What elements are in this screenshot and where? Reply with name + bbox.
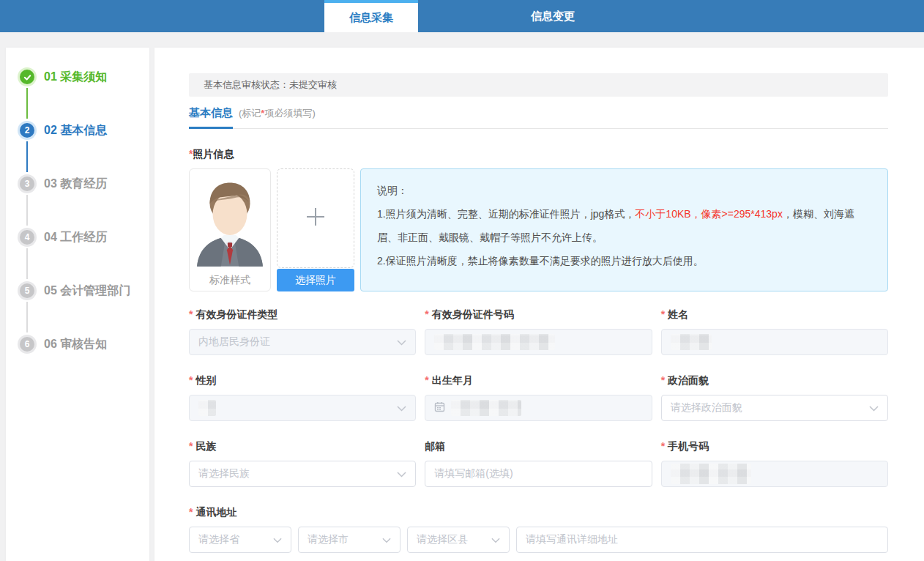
step-label: 01 采集须知 (44, 70, 107, 85)
placeholder-text: 请选择政治面貌 (671, 401, 742, 415)
id-type-value: 内地居民身份证 (198, 335, 270, 349)
city-select[interactable]: 请选择市 (298, 527, 400, 553)
step-number: 5 (20, 283, 34, 298)
sample-avatar-image (190, 169, 270, 270)
placeholder-text: 请选择区县 (417, 533, 468, 546)
field-id-number: *有效身份证件号码 (425, 308, 652, 355)
step-4-work-experience[interactable]: 4 04 工作经历 (6, 228, 149, 281)
required-note: (标记*项必须填写) (239, 107, 316, 120)
step-1-collection-notice[interactable]: 01 采集须知 (6, 67, 149, 121)
field-phone: *手机号码 (661, 440, 888, 487)
photo-section: 标准样式 选择照片 说明： 1.照片须为清晰、完整、近期的标准证件照片，jpg格… (189, 168, 888, 291)
upload-column: 选择照片 (277, 168, 354, 291)
masked-value (198, 400, 216, 416)
step-ring (18, 67, 37, 86)
main-panel: 基本信息审核状态：未提交审核 基本信息 (标记*项必须填写) *照片信息 (154, 48, 924, 561)
plus-icon (304, 205, 327, 231)
placeholder-text: 请选择省 (198, 533, 239, 546)
ethnicity-select[interactable]: 请选择民族 (189, 461, 416, 487)
field-label: 邮箱 (425, 440, 445, 452)
field-gender: *性别 (189, 374, 416, 421)
placeholder-text: 请选择民族 (198, 467, 250, 480)
section-header: 基本信息 (标记*项必须填写) (189, 106, 888, 129)
field-political-status: *政治面貌 请选择政治面貌 (661, 374, 888, 421)
step-2-basic-info[interactable]: 2 02 基本信息 (6, 121, 149, 174)
name-input[interactable] (661, 329, 888, 355)
photo-info-label: *照片信息 (189, 148, 888, 161)
form-row-3: *民族 请选择民族 邮箱 请填写邮箱(选填) *手机号码 (189, 440, 888, 487)
page-body: 01 采集须知 2 02 基本信息 3 03 教育经历 4 (0, 48, 924, 561)
step-ring: 6 (18, 335, 37, 354)
sample-caption: 标准样式 (190, 270, 270, 291)
masked-value (671, 334, 712, 350)
political-status-select[interactable]: 请选择政治面貌 (661, 395, 888, 421)
chevron-down-icon (491, 534, 500, 546)
district-select[interactable]: 请选择区县 (407, 527, 510, 553)
required-star: * (661, 440, 665, 452)
field-label: 政治面貌 (668, 374, 709, 386)
required-star: * (189, 374, 193, 386)
notice-line2: 2.保证照片清晰度，禁止将像素数量不满足要求的照片进行放大后使用。 (377, 249, 871, 272)
step-label: 02 基本信息 (44, 123, 107, 138)
field-label: 出生年月 (432, 374, 473, 386)
step-ring: 3 (18, 174, 37, 193)
step-3-education[interactable]: 3 03 教育经历 (6, 174, 149, 228)
tab-basic-info-section[interactable]: 基本信息 (189, 106, 233, 129)
top-navigation-bar: 信息采集 信息变更 (0, 0, 924, 32)
step-label: 06 审核告知 (44, 337, 107, 352)
step-number: 3 (20, 177, 34, 191)
review-status-bar: 基本信息审核状态：未提交审核 (189, 73, 888, 97)
step-number: 6 (20, 337, 34, 352)
field-label: 姓名 (668, 308, 688, 320)
id-number-input[interactable] (425, 329, 652, 355)
choose-photo-button[interactable]: 选择照片 (277, 269, 354, 291)
email-input[interactable]: 请填写邮箱(选填) (425, 461, 652, 487)
masked-value (451, 400, 521, 416)
step-6-review-notice[interactable]: 6 06 审核告知 (6, 335, 149, 354)
field-birth-date: *出生年月 (425, 374, 652, 421)
step-number: 2 (20, 123, 34, 138)
field-label: 通讯地址 (195, 506, 236, 518)
steps-sidebar: 01 采集须知 2 02 基本信息 3 03 教育经历 4 (6, 48, 149, 561)
notice-red-text: 不小于10KB，像素>=295*413px (635, 208, 783, 220)
placeholder-text: 请填写邮箱(选填) (434, 467, 513, 480)
step-label: 05 会计管理部门 (44, 283, 130, 299)
gender-select[interactable] (189, 395, 416, 421)
chevron-down-icon (273, 534, 282, 546)
phone-input[interactable] (661, 461, 888, 487)
step-label: 04 工作经历 (44, 230, 107, 245)
form-row-2: *性别 *出生年月 *政治面貌 请选择政治面貌 (189, 374, 888, 421)
required-star: * (189, 308, 193, 320)
calendar-icon (434, 401, 445, 415)
id-type-select[interactable]: 内地居民身份证 (189, 329, 416, 355)
tab-info-change[interactable]: 信息变更 (506, 0, 600, 32)
step-ring: 5 (18, 281, 37, 300)
chevron-down-icon (397, 402, 406, 414)
step-5-accounting-dept[interactable]: 5 05 会计管理部门 (6, 281, 149, 335)
address-detail-input[interactable]: 请填写通讯详细地址 (516, 527, 888, 553)
sample-photo-card: 标准样式 (189, 168, 271, 291)
step-number: 4 (20, 230, 34, 245)
required-star: * (189, 506, 193, 518)
step-ring: 2 (18, 121, 37, 140)
required-star: * (661, 374, 665, 386)
masked-value (434, 334, 555, 350)
chevron-down-icon (382, 534, 391, 546)
required-star: * (189, 440, 193, 452)
form-row-1: *有效身份证件类型 内地居民身份证 *有效身份证件号码 *姓名 (189, 308, 888, 355)
placeholder-text: 请选择市 (308, 533, 349, 546)
birth-date-picker[interactable] (425, 395, 652, 421)
field-label: 有效身份证件类型 (195, 308, 277, 320)
province-select[interactable]: 请选择省 (189, 527, 291, 553)
check-icon (20, 70, 34, 84)
notice-title: 说明： (377, 179, 871, 202)
tab-info-collection[interactable]: 信息采集 (324, 0, 418, 32)
placeholder-text: 请填写通讯详细地址 (526, 533, 618, 546)
photo-upload-dropzone[interactable] (277, 168, 354, 268)
required-star: * (425, 308, 428, 320)
chevron-down-icon (869, 402, 879, 414)
field-ethnicity: *民族 请选择民族 (189, 440, 416, 487)
field-id-type: *有效身份证件类型 内地居民身份证 (189, 308, 416, 355)
step-ring: 4 (18, 228, 37, 247)
masked-value (671, 464, 751, 484)
